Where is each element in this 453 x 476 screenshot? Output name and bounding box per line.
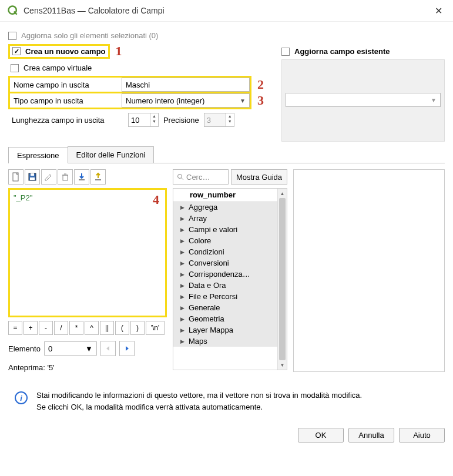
create-new-field-checkbox[interactable] [12,47,21,55]
annotation-1: 1 [116,43,122,59]
ok-button[interactable]: OK [298,428,344,443]
app-icon [7,5,19,16]
new-file-icon[interactable] [8,169,24,185]
func-list-item[interactable]: ▶Geometria [173,313,287,324]
tab-func-editor[interactable]: Editor delle Funzioni [68,146,155,163]
expand-icon: ▶ [180,316,186,322]
func-list-item[interactable]: ▶Aggrega [173,202,287,213]
annotation-2: 2 [257,77,264,92]
expand-icon: ▶ [180,205,186,210]
edit-icon[interactable] [41,169,56,185]
svg-rect-5 [63,175,68,180]
export-icon[interactable] [90,169,106,185]
expression-textarea[interactable]: "_P2" 4 [8,188,167,317]
operator-button[interactable]: || [100,321,114,335]
help-button[interactable]: Aiuto [399,428,445,443]
import-icon[interactable] [74,169,89,185]
operator-button[interactable]: * [69,321,83,335]
next-button[interactable] [119,341,135,356]
expand-icon: ▶ [180,305,186,311]
element-select[interactable]: 0 ▼ [44,341,97,356]
operator-button[interactable]: ) [130,321,145,335]
close-button[interactable]: ✕ [431,5,446,16]
window-title: Cens2011Bas — Calcolatore di Campi [24,6,431,15]
scroll-down-icon[interactable]: ▼ [278,360,287,370]
caret-down-icon: ▼ [240,98,246,104]
expand-icon: ▶ [180,283,186,289]
svg-rect-6 [79,179,85,180]
caret-down-icon: ▼ [431,97,437,103]
help-panel [293,169,445,372]
expand-icon: ▶ [180,260,186,266]
func-list-item[interactable]: ▶Conversioni [173,257,287,269]
search-input[interactable]: Cerc… [173,169,229,185]
precision-spinbox: ▲▼ [204,113,234,127]
existing-field-select[interactable]: ▼ [286,93,441,107]
func-list-item[interactable]: ▶Data e Ora [173,280,287,291]
create-virtual-checkbox[interactable] [11,64,19,72]
save-icon[interactable] [25,169,40,185]
func-list-item[interactable]: ▶Maps [173,336,287,347]
element-label: Elemento [8,344,41,353]
create-virtual-label: Crea campo virtuale [24,63,92,72]
func-list-item[interactable]: ▶Array [173,213,287,224]
expand-icon: ▶ [180,294,186,300]
out-field-len-spinbox[interactable]: ▲▼ [128,113,159,127]
info-text: Stai modificando le informazioni di ques… [36,390,362,413]
func-list-item[interactable]: ▶Colore [173,235,287,246]
operator-button[interactable]: / [54,321,68,335]
scrollbar[interactable]: ▲ ▼ [277,189,287,370]
operator-button[interactable]: + [24,321,38,335]
create-new-field-label: Crea un nuovo campo [25,47,106,56]
precision-label: Precisione [163,116,199,125]
annotation-4: 4 [153,192,159,207]
expand-icon: ▶ [180,271,186,277]
svg-rect-4 [30,177,35,180]
svg-text:i: i [20,394,22,403]
update-existing-checkbox[interactable] [281,48,290,56]
operator-button[interactable]: ^ [85,321,99,335]
svg-point-8 [178,175,182,179]
preview-value: '5' [48,363,55,372]
svg-rect-7 [95,179,101,180]
info-icon: i [14,391,28,405]
delete-icon[interactable] [58,169,73,185]
operator-button[interactable]: - [39,321,53,335]
operator-button[interactable]: '\n' [146,321,165,335]
out-field-type-select[interactable]: Numero intero (integer) ▼ [122,93,250,108]
scroll-thumb[interactable] [279,198,286,360]
cancel-button[interactable]: Annulla [348,428,394,443]
expand-icon: ▶ [180,227,186,233]
preview-label: Anteprima: [8,363,45,372]
expand-icon: ▶ [180,238,186,244]
annotation-3: 3 [257,93,264,108]
update-selected-checkbox[interactable] [8,32,16,40]
svg-rect-3 [31,173,34,176]
func-list-header[interactable]: row_number [173,189,287,202]
search-icon [177,173,184,180]
expand-icon: ▶ [180,327,186,333]
prev-button[interactable] [100,341,116,356]
func-list-item[interactable]: ▶Generale [173,302,287,313]
func-list-item[interactable]: ▶Campi e valori [173,224,287,235]
update-existing-label: Aggiorna campo esistente [294,47,390,56]
func-list-item[interactable]: ▶Layer Mappa [173,324,287,336]
caret-down-icon: ▼ [85,344,93,353]
func-list-item[interactable]: ▶Condizioni [173,246,287,257]
expand-icon: ▶ [180,249,186,255]
func-list-item[interactable]: ▶Corrispondenza… [173,269,287,280]
update-selected-label: Aggiorna solo gli elementi selezionati (… [21,31,158,40]
operator-button[interactable]: = [8,321,22,335]
out-field-type-label: Tipo campo in uscita [10,94,122,108]
expand-icon: ▶ [180,216,186,222]
scroll-up-icon[interactable]: ▲ [278,189,287,198]
tab-expression[interactable]: Espressione [8,147,68,163]
func-list-item[interactable]: ▶File e Percorsi [173,291,287,302]
expand-icon: ▶ [180,338,186,344]
out-field-len-label: Lunghezza campo in uscita [8,116,123,125]
operator-button[interactable]: ( [115,321,129,335]
out-field-name-input[interactable] [122,78,250,92]
show-help-button[interactable]: Mostra Guida [231,169,287,185]
out-field-name-label: Nome campo in uscita [10,78,122,92]
